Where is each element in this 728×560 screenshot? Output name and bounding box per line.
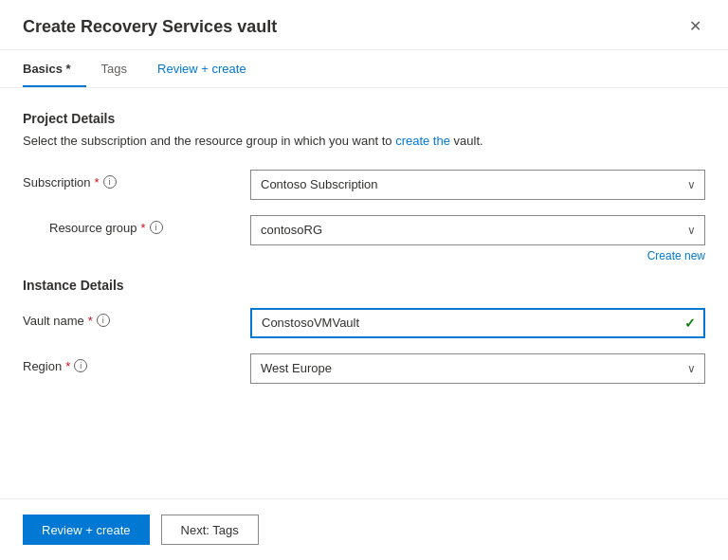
region-select-wrapper: West Europe ∨	[250, 353, 705, 384]
vault-name-info-icon[interactable]: i	[97, 314, 110, 327]
dialog-header: Create Recovery Services vault ✕	[0, 0, 728, 50]
instance-details-title: Instance Details	[23, 278, 705, 293]
close-button[interactable]: ✕	[685, 15, 705, 38]
subscription-label: Subscription * i	[23, 175, 250, 190]
dialog-footer: Review + create Next: Tags	[0, 498, 728, 560]
instance-details-section: Instance Details	[23, 278, 705, 293]
tab-basics[interactable]: Basics *	[23, 50, 86, 87]
tab-bar: Basics * Tags Review + create	[0, 50, 728, 88]
subscription-select-wrapper: Contoso Subscription ∨	[250, 170, 705, 200]
resource-group-label: Resource group * i	[49, 221, 163, 235]
subscription-control: Contoso Subscription ∨	[250, 170, 705, 200]
review-create-button[interactable]: Review + create	[23, 515, 150, 545]
vault-name-label-col: Vault name * i	[23, 308, 250, 328]
subscription-info-icon[interactable]: i	[103, 175, 117, 189]
subscription-group: Subscription * i Contoso Subscription ∨	[23, 170, 705, 200]
subscription-label-col: Subscription * i	[23, 170, 250, 190]
resource-group-select-wrapper: contosoRG ∨	[250, 215, 705, 245]
region-group: Region * i West Europe ∨	[23, 353, 705, 384]
region-info-icon[interactable]: i	[74, 359, 87, 372]
region-control: West Europe ∨	[250, 353, 705, 384]
region-label: Region * i	[23, 359, 250, 373]
resource-group-indent: Resource group * i	[23, 221, 250, 235]
project-details-title: Project Details	[23, 111, 705, 126]
region-required: *	[65, 359, 70, 373]
region-select[interactable]: West Europe	[250, 353, 705, 384]
vault-name-control: ✓	[250, 308, 705, 338]
resource-group-info-icon[interactable]: i	[150, 221, 163, 234]
create-new-resource-group-link[interactable]: Create new	[250, 249, 705, 262]
region-label-col: Region * i	[23, 353, 250, 373]
next-tags-button[interactable]: Next: Tags	[161, 515, 259, 545]
vault-name-group: Vault name * i ✓	[23, 308, 705, 338]
resource-group-group: Resource group * i contosoRG ∨ Create ne…	[23, 215, 705, 262]
tab-review-create[interactable]: Review + create	[142, 50, 262, 87]
project-details-desc: Select the subscription and the resource…	[23, 132, 705, 151]
dialog-title: Create Recovery Services vault	[23, 17, 277, 37]
resource-group-select[interactable]: contosoRG	[250, 215, 705, 245]
resource-group-control: contosoRG ∨ Create new	[250, 215, 705, 262]
vault-name-input-wrapper: ✓	[250, 308, 705, 338]
vault-name-input[interactable]	[250, 308, 705, 338]
vault-name-required: *	[88, 314, 93, 328]
vault-name-label: Vault name * i	[23, 314, 250, 328]
project-details-section: Project Details Select the subscription …	[23, 111, 705, 262]
resource-group-label-col: Resource group * i	[23, 215, 250, 235]
create-vault-dialog: Create Recovery Services vault ✕ Basics …	[0, 0, 728, 560]
dialog-body: Project Details Select the subscription …	[0, 88, 728, 498]
vault-name-valid-icon: ✓	[684, 316, 696, 331]
subscription-required: *	[95, 175, 100, 190]
tab-tags[interactable]: Tags	[86, 50, 142, 87]
subscription-select[interactable]: Contoso Subscription	[250, 170, 705, 200]
resource-group-required: *	[141, 221, 146, 235]
